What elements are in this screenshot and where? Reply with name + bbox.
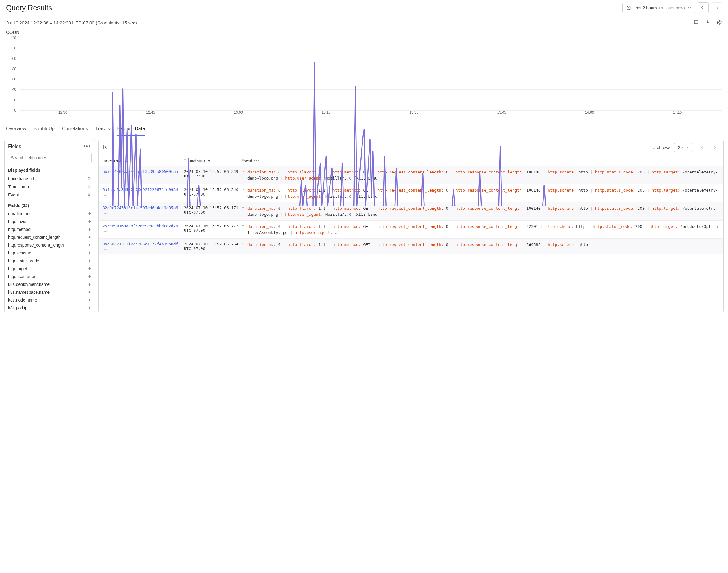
field-name: k8s.namespace.name: [8, 290, 50, 295]
row-menu-button[interactable]: …: [104, 246, 107, 251]
add-field-button[interactable]: +: [88, 250, 91, 256]
page-title: Query Results: [6, 4, 52, 12]
add-field-button[interactable]: +: [88, 258, 91, 264]
add-field-button[interactable]: +: [88, 297, 91, 303]
field-name: k8s.pod.ip: [8, 306, 27, 310]
arrow-left-icon: [701, 5, 706, 11]
event-cell: duration_ms: 0 | http.flavor: 1.1 | http…: [247, 242, 720, 251]
field-name: http.scheme: [8, 251, 31, 255]
field-row[interactable]: k8s.deployment.name+: [5, 280, 95, 288]
gear-icon: [717, 20, 722, 25]
field-name: http.flavor: [8, 219, 26, 224]
field-row[interactable]: http.scheme+: [5, 249, 95, 257]
add-field-button[interactable]: +: [88, 274, 91, 279]
chevron-down-icon: [241, 224, 245, 227]
field-row[interactable]: http.user_agent+: [5, 273, 95, 280]
fields-title: Fields: [8, 144, 21, 149]
add-field-button[interactable]: +: [88, 211, 91, 216]
add-field-button[interactable]: +: [88, 242, 91, 248]
time-range-picker[interactable]: Last 2 hours (run just now): [622, 3, 695, 13]
x-tick: 12:30: [58, 110, 67, 114]
field-row[interactable]: duration_ms+: [5, 210, 95, 218]
add-field-button[interactable]: +: [88, 227, 91, 232]
field-name: http.target: [8, 266, 27, 271]
x-tick: 14:15: [673, 110, 682, 114]
add-field-button[interactable]: +: [88, 235, 91, 240]
field-row[interactable]: http.response_content_length+: [5, 241, 95, 249]
plus-icon: +: [88, 242, 91, 248]
chart-line: [20, 62, 722, 206]
plus-icon: +: [88, 290, 91, 295]
expand-row-button[interactable]: [241, 224, 245, 236]
field-row[interactable]: k8s.pod.ip+: [5, 304, 95, 312]
field-name: k8s.deployment.name: [8, 282, 50, 287]
add-field-button[interactable]: +: [88, 266, 91, 271]
time-range-sub: (run just now): [659, 5, 685, 10]
timestamp-cell: 2024-07-10 13:52:06.171 UTC-07:00: [184, 206, 241, 217]
x-tick: 12:45: [146, 110, 155, 114]
row-menu-button[interactable]: …: [104, 228, 107, 233]
chart[interactable]: 020406080100120140 12:3012:4513:0013:151…: [6, 38, 722, 116]
plus-icon: +: [88, 227, 91, 232]
y-tick: 60: [12, 77, 16, 81]
plus-icon: +: [88, 211, 91, 216]
field-name: http.request_content_length: [8, 235, 61, 240]
x-tick: 13:00: [234, 110, 243, 114]
field-row[interactable]: http.status_code+: [5, 257, 95, 265]
forward-button: [711, 2, 722, 13]
field-name: Event: [8, 193, 19, 197]
download-icon: [705, 20, 711, 25]
plus-icon: +: [88, 219, 91, 224]
next-page-button: [710, 143, 720, 152]
time-range-text: Jul 10 2024 12:22:38 – 14:22:38 UTC-07:0…: [6, 20, 137, 25]
plus-icon: +: [88, 297, 91, 303]
field-row[interactable]: http.target+: [5, 265, 95, 273]
y-tick: 140: [10, 36, 16, 40]
y-tick: 120: [10, 46, 16, 50]
row-menu-button[interactable]: …: [104, 210, 107, 215]
back-button[interactable]: [698, 2, 709, 13]
plus-icon: +: [88, 282, 91, 287]
time-range-label: Last 2 hours: [633, 5, 657, 10]
download-button[interactable]: [705, 20, 711, 26]
field-name: http.response_content_length: [8, 243, 64, 248]
x-tick: 13:30: [409, 110, 418, 114]
y-tick: 100: [10, 56, 16, 61]
event-cell: duration_ms: 0 | http.flavor: 1.1 | http…: [247, 206, 720, 217]
clock-icon: [626, 5, 631, 10]
expand-row-button[interactable]: [241, 242, 245, 251]
event-cell: duration_ms: 0 | http.flavor: 1.1 | http…: [247, 224, 720, 236]
table-row: 9aa60321311f2de305a1177f4a19b8df … 2024-…: [99, 239, 723, 254]
expand-row-button[interactable]: [241, 206, 245, 217]
plus-icon: +: [88, 274, 91, 279]
field-row[interactable]: http.flavor+: [5, 218, 95, 225]
field-name: http.status_code: [8, 258, 39, 263]
add-field-button[interactable]: +: [88, 282, 91, 287]
add-field-button[interactable]: +: [88, 305, 91, 311]
comment-button[interactable]: [693, 20, 699, 26]
table-row: 255e690160ad3f530c9ebc9bbdcd2d76 … 2024-…: [99, 221, 723, 239]
settings-button[interactable]: [717, 20, 722, 26]
field-row[interactable]: http.method+: [5, 225, 95, 233]
x-tick: 14:00: [585, 110, 594, 114]
chart-title: COUNT: [6, 30, 722, 35]
more-icon: …: [104, 228, 107, 233]
field-row[interactable]: http.request_content_length+: [5, 233, 95, 241]
y-tick: 0: [14, 108, 16, 112]
plus-icon: +: [88, 305, 91, 310]
chevron-down-icon: [687, 6, 691, 10]
field-row[interactable]: k8s.node.name+: [5, 296, 95, 304]
more-icon: …: [104, 246, 107, 251]
arrow-right-icon: [714, 5, 719, 11]
field-row[interactable]: k8s.namespace.name+: [5, 288, 95, 296]
x-tick: 13:45: [497, 110, 506, 114]
field-name: http.method: [8, 227, 31, 232]
plus-icon: +: [88, 266, 91, 271]
comment-icon: [693, 20, 699, 25]
trace-id-link[interactable]: 255e690160ad3f530c9ebc9bbdcd2d76: [102, 224, 178, 228]
field-name: http.user_agent: [8, 274, 38, 279]
trace-id-link[interactable]: 9aa60321311f2de305a1177f4a19b8df: [102, 242, 178, 246]
add-field-button[interactable]: +: [88, 219, 91, 224]
more-icon: …: [104, 210, 107, 215]
add-field-button[interactable]: +: [88, 290, 91, 295]
